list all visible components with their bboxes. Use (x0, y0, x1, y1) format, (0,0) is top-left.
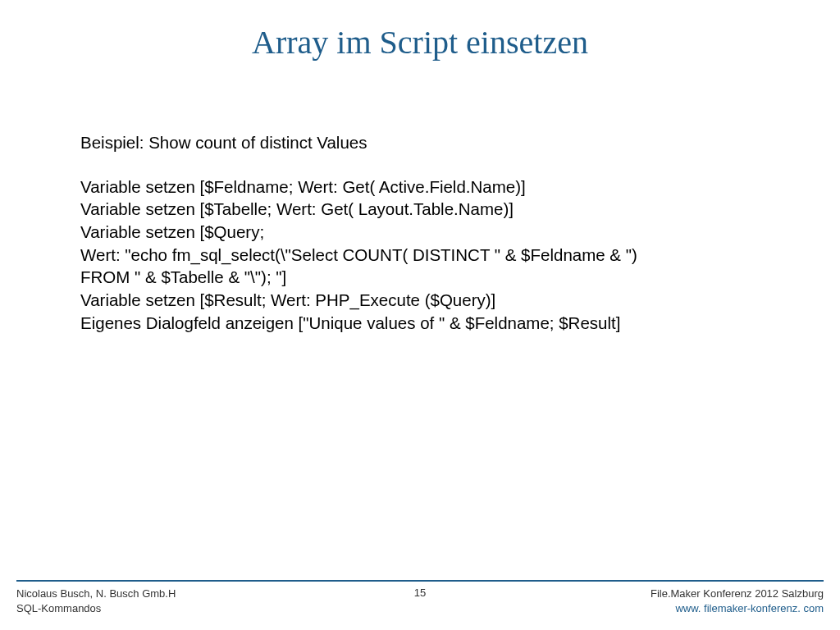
slide: Array im Script einsetzen Beispiel: Show… (0, 0, 840, 630)
code-line: Eigenes Dialogfeld anzeigen ["Unique val… (80, 312, 761, 335)
code-line: Variable setzen [$Tabelle; Wert: Get( La… (80, 198, 761, 221)
code-line: Variable setzen [$Result; Wert: PHP_Exec… (80, 289, 761, 312)
conference-url: www. filemaker-konferenz. com (651, 601, 824, 616)
code-line: Variable setzen [$Feldname; Wert: Get( A… (80, 176, 761, 199)
slide-body: Beispiel: Show count of distinct Values … (80, 131, 761, 334)
slide-title: Array im Script einsetzen (0, 0, 840, 62)
code-line: Variable setzen [$Query; (80, 221, 761, 244)
code-line: FROM " & $Tabelle & "\"); "] (80, 266, 761, 289)
topic-line: SQL-Kommandos (16, 601, 176, 616)
example-heading: Beispiel: Show count of distinct Values (80, 131, 761, 154)
code-line: Wert: "echo fm_sql_select(\"Select COUNT… (80, 244, 761, 267)
conference-line: File.Maker Konferenz 2012 Salzburg (651, 587, 824, 601)
footer-right: File.Maker Konferenz 2012 Salzburg www. … (651, 587, 824, 616)
footer-divider (16, 580, 824, 582)
